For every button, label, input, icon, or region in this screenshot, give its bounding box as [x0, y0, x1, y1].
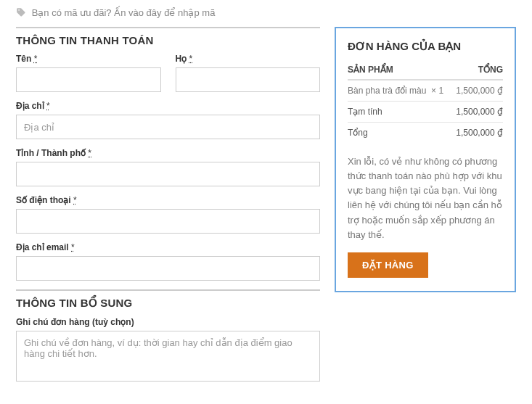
col-product: SẢN PHẨM	[348, 60, 452, 80]
payment-notice: Xin lỗi, có vẻ như không có phương thức …	[348, 154, 503, 242]
phone-input[interactable]	[16, 209, 320, 234]
order-summary-box: ĐƠN HÀNG CỦA BẠN SẢN PHẨM TỔNG Bàn pha t…	[335, 27, 516, 292]
email-input[interactable]	[16, 256, 320, 281]
item-qty: × 1	[431, 86, 443, 96]
coupon-toggle-link[interactable]: Ấn vào đây để nhập mã	[114, 7, 215, 18]
city-label: Tỉnh / Thành phố *	[16, 148, 320, 158]
col-total: TỔNG	[452, 60, 503, 80]
address-label: Địa chỉ *	[16, 101, 320, 111]
total-label: Tổng	[348, 123, 452, 144]
order-table: SẢN PHẨM TỔNG Bàn pha trà đổi màu × 1 1,…	[348, 60, 503, 143]
email-label: Địa chỉ email *	[16, 242, 320, 252]
total-value: 1,500,000 ₫	[452, 123, 503, 144]
tag-icon	[16, 7, 26, 20]
coupon-prompt: Bạn có mã ưu đãi?	[32, 7, 112, 18]
table-row: Tổng 1,500,000 ₫	[348, 123, 503, 144]
last-name-label: Họ *	[176, 54, 321, 64]
additional-title: THÔNG TIN BỔ SUNG	[16, 289, 320, 310]
order-notes-label: Ghi chú đơn hàng (tuỳ chọn)	[16, 317, 320, 327]
phone-label: Số điện thoại *	[16, 195, 320, 205]
first-name-input[interactable]	[16, 67, 161, 92]
table-row: Bàn pha trà đổi màu × 1 1,500,000 ₫	[348, 80, 503, 102]
city-input[interactable]	[16, 162, 320, 186]
item-price: 1,500,000 ₫	[452, 80, 503, 102]
coupon-bar: Bạn có mã ưu đãi? Ấn vào đây để nhập mã	[16, 6, 516, 27]
last-name-input[interactable]	[176, 67, 321, 92]
order-notes-textarea[interactable]	[16, 331, 320, 382]
subtotal-value: 1,500,000 ₫	[452, 102, 503, 123]
billing-title: THÔNG TIN THANH TOÁN	[16, 27, 320, 46]
first-name-label: Tên *	[16, 54, 161, 64]
subtotal-label: Tạm tính	[348, 102, 452, 123]
table-row: Tạm tính 1,500,000 ₫	[348, 102, 503, 123]
item-name: Bàn pha trà đổi màu	[348, 86, 426, 96]
order-title: ĐƠN HÀNG CỦA BẠN	[348, 40, 503, 53]
address-input[interactable]	[16, 115, 320, 139]
place-order-button[interactable]: ĐẶT HÀNG	[348, 252, 428, 278]
